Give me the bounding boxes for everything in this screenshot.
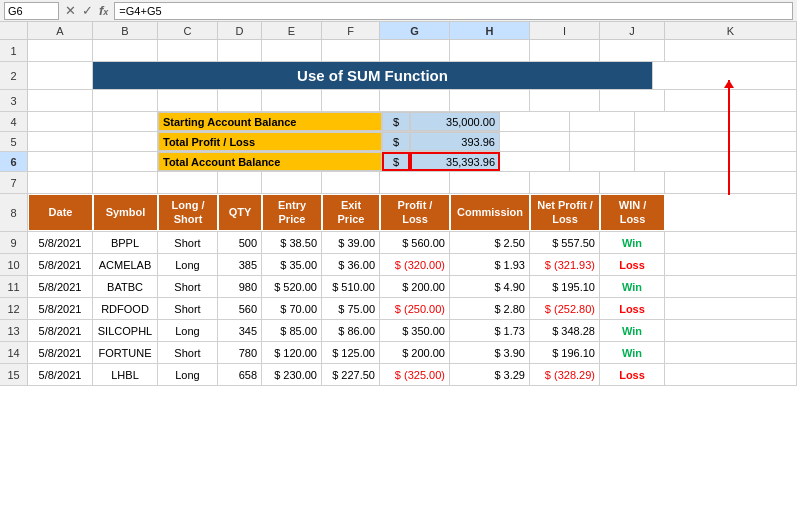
- cell-comm-9[interactable]: $ 2.50: [450, 232, 530, 253]
- cell-b1[interactable]: [93, 40, 158, 61]
- cell-wl-14[interactable]: Win: [600, 342, 665, 363]
- cell-ls-12[interactable]: Short: [158, 298, 218, 319]
- col-header-k[interactable]: K: [665, 22, 797, 39]
- cell-pl-12[interactable]: $ (250.00): [380, 298, 450, 319]
- cell-j1[interactable]: [600, 40, 665, 61]
- cell-date-14[interactable]: 5/8/2021: [28, 342, 93, 363]
- cell-qty-11[interactable]: 980: [218, 276, 262, 297]
- cell-net-12[interactable]: $ (252.80): [530, 298, 600, 319]
- cell-j6[interactable]: [570, 152, 635, 171]
- cell-symbol-13[interactable]: SILCOPHL: [93, 320, 158, 341]
- cell-ls-14[interactable]: Short: [158, 342, 218, 363]
- cell-date-10[interactable]: 5/8/2021: [28, 254, 93, 275]
- cell-b6[interactable]: [93, 152, 158, 171]
- cell-entry-15[interactable]: $ 230.00: [262, 364, 322, 385]
- cell-comm-14[interactable]: $ 3.90: [450, 342, 530, 363]
- cell-ls-11[interactable]: Short: [158, 276, 218, 297]
- cell-exit-12[interactable]: $ 75.00: [322, 298, 380, 319]
- cell-c3[interactable]: [158, 90, 218, 111]
- cell-e3[interactable]: [262, 90, 322, 111]
- cell-k7[interactable]: [665, 172, 797, 193]
- cell-ls-13[interactable]: Long: [158, 320, 218, 341]
- cell-entry-9[interactable]: $ 38.50: [262, 232, 322, 253]
- cell-k3[interactable]: [665, 90, 797, 111]
- cell-qty-12[interactable]: 560: [218, 298, 262, 319]
- cell-g1[interactable]: [380, 40, 450, 61]
- cell-date-13[interactable]: 5/8/2021: [28, 320, 93, 341]
- cell-g7[interactable]: [380, 172, 450, 193]
- cell-i7[interactable]: [530, 172, 600, 193]
- cell-d3[interactable]: [218, 90, 262, 111]
- cell-i4[interactable]: [500, 112, 570, 131]
- cell-k5[interactable]: [635, 132, 797, 151]
- cell-a7[interactable]: [28, 172, 93, 193]
- cell-qty-14[interactable]: 780: [218, 342, 262, 363]
- cell-b5[interactable]: [93, 132, 158, 151]
- cell-b7[interactable]: [93, 172, 158, 193]
- cell-net-10[interactable]: $ (321.93): [530, 254, 600, 275]
- col-header-f[interactable]: F: [322, 22, 380, 39]
- cell-date-11[interactable]: 5/8/2021: [28, 276, 93, 297]
- cell-a2[interactable]: [28, 62, 93, 89]
- col-header-d[interactable]: D: [218, 22, 262, 39]
- cell-f1[interactable]: [322, 40, 380, 61]
- cell-a6[interactable]: [28, 152, 93, 171]
- cell-j3[interactable]: [600, 90, 665, 111]
- cell-reference-box[interactable]: G6: [4, 2, 59, 20]
- col-header-g[interactable]: G: [380, 22, 450, 39]
- cell-c1[interactable]: [158, 40, 218, 61]
- cell-comm-15[interactable]: $ 3.29: [450, 364, 530, 385]
- col-header-a[interactable]: A: [28, 22, 93, 39]
- fx-icon[interactable]: fx: [97, 3, 110, 18]
- cell-exit-15[interactable]: $ 227.50: [322, 364, 380, 385]
- cell-comm-13[interactable]: $ 1.73: [450, 320, 530, 341]
- cell-symbol-14[interactable]: FORTUNE: [93, 342, 158, 363]
- cell-net-14[interactable]: $ 196.10: [530, 342, 600, 363]
- cell-k4[interactable]: [635, 112, 797, 131]
- cell-i5[interactable]: [500, 132, 570, 151]
- cell-k2[interactable]: [653, 62, 797, 89]
- cell-wl-9[interactable]: Win: [600, 232, 665, 253]
- cell-date-15[interactable]: 5/8/2021: [28, 364, 93, 385]
- cell-i3[interactable]: [530, 90, 600, 111]
- cell-h3[interactable]: [450, 90, 530, 111]
- cell-c7[interactable]: [158, 172, 218, 193]
- cell-a4[interactable]: [28, 112, 93, 131]
- cell-h7[interactable]: [450, 172, 530, 193]
- cell-e1[interactable]: [262, 40, 322, 61]
- cell-wl-15[interactable]: Loss: [600, 364, 665, 385]
- cell-symbol-15[interactable]: LHBL: [93, 364, 158, 385]
- cell-comm-10[interactable]: $ 1.93: [450, 254, 530, 275]
- cell-b4[interactable]: [93, 112, 158, 131]
- cell-symbol-10[interactable]: ACMELAB: [93, 254, 158, 275]
- cell-symbol-12[interactable]: RDFOOD: [93, 298, 158, 319]
- cell-g3[interactable]: [380, 90, 450, 111]
- cell-net-13[interactable]: $ 348.28: [530, 320, 600, 341]
- cell-k6[interactable]: [635, 152, 797, 171]
- confirm-icon[interactable]: ✓: [80, 3, 95, 18]
- cell-wl-11[interactable]: Win: [600, 276, 665, 297]
- col-header-j[interactable]: J: [600, 22, 665, 39]
- cell-qty-15[interactable]: 658: [218, 364, 262, 385]
- cell-ls-10[interactable]: Long: [158, 254, 218, 275]
- cell-entry-11[interactable]: $ 520.00: [262, 276, 322, 297]
- cell-wl-13[interactable]: Win: [600, 320, 665, 341]
- cell-k1[interactable]: [665, 40, 797, 61]
- cell-symbol-11[interactable]: BATBC: [93, 276, 158, 297]
- cell-date-12[interactable]: 5/8/2021: [28, 298, 93, 319]
- cell-exit-11[interactable]: $ 510.00: [322, 276, 380, 297]
- cell-qty-9[interactable]: 500: [218, 232, 262, 253]
- cell-b3[interactable]: [93, 90, 158, 111]
- cell-d7[interactable]: [218, 172, 262, 193]
- cell-qty-13[interactable]: 345: [218, 320, 262, 341]
- cell-entry-14[interactable]: $ 120.00: [262, 342, 322, 363]
- col-header-h[interactable]: H: [450, 22, 530, 39]
- cell-net-9[interactable]: $ 557.50: [530, 232, 600, 253]
- cancel-icon[interactable]: ✕: [63, 3, 78, 18]
- cell-wl-10[interactable]: Loss: [600, 254, 665, 275]
- cell-comm-11[interactable]: $ 4.90: [450, 276, 530, 297]
- cell-ls-15[interactable]: Long: [158, 364, 218, 385]
- col-header-i[interactable]: I: [530, 22, 600, 39]
- cell-j7[interactable]: [600, 172, 665, 193]
- cell-e7[interactable]: [262, 172, 322, 193]
